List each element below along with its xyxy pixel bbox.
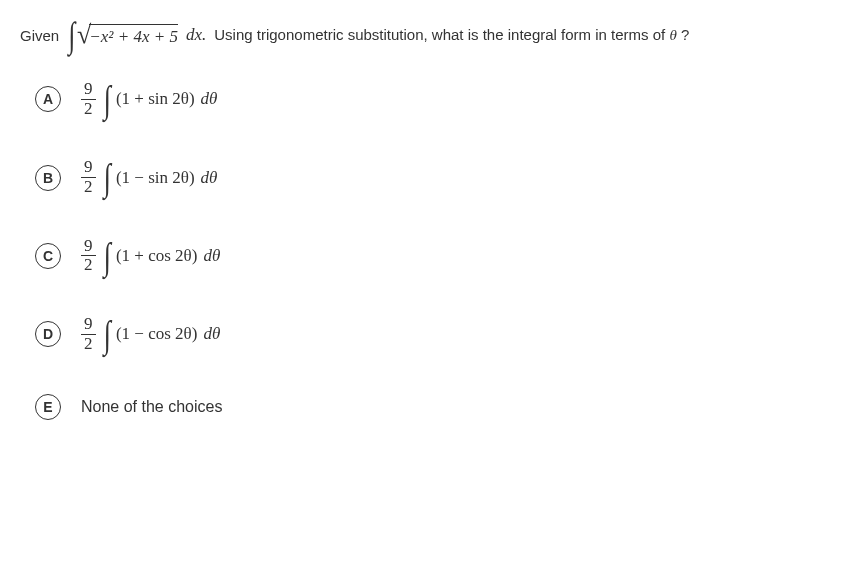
- fraction: 9 2: [81, 315, 96, 353]
- option-b[interactable]: B 9 2 ∫ (1 − sin 2θ) dθ: [35, 158, 847, 196]
- option-letter-d: D: [35, 321, 61, 347]
- fraction: 9 2: [81, 237, 96, 275]
- option-c-math: 9 2 ∫ (1 + cos 2θ) dθ: [81, 237, 220, 275]
- dtheta: dθ: [201, 168, 218, 188]
- given-label: Given: [20, 27, 59, 44]
- dx-text: dx.: [186, 25, 206, 45]
- sqrt-expression: √ −x² + 4x + 5: [77, 20, 178, 50]
- integral-sign-icon: ∫: [103, 319, 110, 349]
- option-a[interactable]: A 9 2 ∫ (1 + sin 2θ) dθ: [35, 80, 847, 118]
- integrand: (1 − cos 2θ): [116, 324, 197, 344]
- option-e-text: None of the choices: [81, 398, 222, 416]
- fraction: 9 2: [81, 158, 96, 196]
- fraction: 9 2: [81, 80, 96, 118]
- option-a-math: 9 2 ∫ (1 + sin 2θ) dθ: [81, 80, 217, 118]
- question-stem: Given ∫ √ −x² + 4x + 5 dx. Using trigono…: [20, 20, 847, 50]
- sqrt-content: −x² + 4x + 5: [89, 24, 178, 47]
- integrand: (1 + sin 2θ): [116, 89, 195, 109]
- integral-sign-icon: ∫: [69, 21, 76, 50]
- option-d[interactable]: D 9 2 ∫ (1 − cos 2θ) dθ: [35, 315, 847, 353]
- option-e[interactable]: E None of the choices: [35, 394, 847, 420]
- integrand: (1 − sin 2θ): [116, 168, 195, 188]
- option-b-math: 9 2 ∫ (1 − sin 2θ) dθ: [81, 158, 217, 196]
- option-letter-e: E: [35, 394, 61, 420]
- question-integral: ∫ √ −x² + 4x + 5 dx.: [67, 20, 206, 50]
- integral-sign-icon: ∫: [103, 84, 110, 114]
- option-letter-a: A: [35, 86, 61, 112]
- option-c[interactable]: C 9 2 ∫ (1 + cos 2θ) dθ: [35, 237, 847, 275]
- dtheta: dθ: [203, 246, 220, 266]
- dtheta: dθ: [203, 324, 220, 344]
- integral-sign-icon: ∫: [103, 241, 110, 271]
- question-tail: Using trigonometric substitution, what i…: [214, 26, 689, 44]
- integrand: (1 + cos 2θ): [116, 246, 197, 266]
- option-letter-b: B: [35, 165, 61, 191]
- option-d-math: 9 2 ∫ (1 − cos 2θ) dθ: [81, 315, 220, 353]
- option-letter-c: C: [35, 243, 61, 269]
- integral-sign-icon: ∫: [103, 162, 110, 192]
- dtheta: dθ: [201, 89, 218, 109]
